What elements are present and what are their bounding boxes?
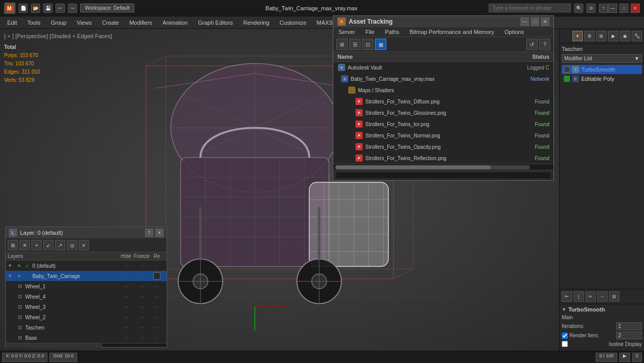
iterations-input[interactable]: [616, 322, 642, 330]
asset-tool-3[interactable]: ⊡: [362, 39, 373, 50]
close-button[interactable]: ✕: [631, 4, 640, 13]
asset-row[interactable]: P Strollers_For_Twins_Ior.png Found: [333, 118, 553, 130]
tool-icon-4[interactable]: ↔: [597, 291, 607, 302]
minimize-button[interactable]: —: [608, 4, 617, 13]
menu-tools[interactable]: Tools: [22, 19, 46, 27]
menu-animation[interactable]: Animation: [157, 19, 193, 27]
isoline-checkbox[interactable]: [562, 341, 568, 347]
layer-freeze-col: ···: [134, 304, 149, 310]
tool-icon-1[interactable]: ⊢: [562, 291, 572, 302]
save-button[interactable]: 💾: [43, 4, 52, 13]
menu-rendering[interactable]: Rendering: [238, 19, 275, 27]
asset-row[interactable]: P Strollers_For_Twins_Opacity.png Found: [333, 141, 553, 152]
workspace-dropdown[interactable]: Workspace: Default: [80, 4, 134, 12]
asset-row[interactable]: S Baby_Twin_Carriage_max_vray.max Networ…: [333, 73, 553, 84]
layer-row[interactable]: ⊡ Wheel_3 ··· ··· ···: [6, 302, 167, 312]
layers-help-button[interactable]: ?: [145, 229, 153, 237]
help-button[interactable]: ?: [599, 4, 608, 13]
coord-display[interactable]: X: 0.0 Y: 0.0 Z: 0.0: [2, 353, 47, 362]
asset-tool-4[interactable]: ▦: [375, 39, 386, 50]
asset-maximize-button[interactable]: □: [531, 18, 539, 26]
asset-row-status: Network: [503, 76, 549, 82]
layers-tool-delete[interactable]: ✕: [20, 240, 30, 250]
search-input[interactable]: [489, 4, 571, 12]
undo-button[interactable]: ↩: [56, 4, 65, 13]
layer-row[interactable]: ▼ ≡ ✓ 0 (default) ··· ··· ···: [6, 261, 167, 271]
modifier-item-turbosmooth[interactable]: T TurboSmooth: [562, 65, 642, 74]
layers-tool-merge-in[interactable]: ↙: [43, 240, 53, 250]
motion-icon[interactable]: ▶: [608, 31, 618, 41]
menu-group[interactable]: Group: [46, 19, 72, 27]
iterations-row: Iterations:: [562, 322, 642, 330]
modifier-item-editable-poly[interactable]: E Editable Poly: [562, 74, 642, 83]
asset-titlebar[interactable]: A Asset Tracking — □ ✕: [333, 16, 553, 27]
asset-tool-2[interactable]: ☰: [349, 39, 361, 50]
asset-menu-server[interactable]: Server: [333, 27, 360, 37]
menu-graph-editors[interactable]: Graph Editors: [193, 19, 238, 27]
layer-row[interactable]: ⊡ Wheel_4 ··· ··· ···: [6, 291, 167, 302]
layer-hide-col: ···: [118, 284, 134, 289]
layers-tool-tree[interactable]: ⊞: [8, 240, 18, 250]
asset-scrollbar[interactable]: [333, 164, 553, 170]
layers-scrollbar[interactable]: [6, 343, 167, 347]
modify-icon[interactable]: ⚙: [584, 31, 595, 41]
play-button[interactable]: ▶: [619, 353, 630, 362]
layers-tool-add[interactable]: +: [31, 240, 42, 250]
asset-menu-bitmap[interactable]: Bitmap Performance and Memory: [404, 27, 499, 37]
menu-edit[interactable]: Edit: [2, 19, 22, 27]
display-icon[interactable]: ◉: [620, 31, 630, 41]
redo-button[interactable]: ↪: [68, 4, 77, 13]
tool-icon-5[interactable]: ⊞: [609, 291, 619, 302]
menu-modifiers[interactable]: Modifiers: [124, 19, 157, 27]
tool-icon-2[interactable]: |: [574, 291, 584, 302]
asset-menu-paths[interactable]: Paths: [380, 27, 404, 37]
layer-row[interactable]: ⊡ Wheel_2 ··· ··· ···: [6, 312, 167, 322]
asset-close-button[interactable]: ✕: [541, 18, 549, 26]
create-icon[interactable]: ✦: [573, 31, 583, 41]
asset-menu-options[interactable]: Options: [499, 27, 529, 37]
asset-row[interactable]: P Strollers_For_Twins_Normal.png Found: [333, 130, 553, 141]
asset-row[interactable]: P Strollers_For_Twins_Glossines.png Foun…: [333, 107, 553, 118]
render-iters-input[interactable]: [616, 332, 642, 339]
vault-icon: V: [338, 64, 345, 71]
render-iters-checkbox[interactable]: [562, 333, 568, 339]
maximize-button[interactable]: □: [619, 4, 629, 13]
asset-row[interactable]: V Autodesk Vault Logged C: [333, 62, 553, 73]
layers-tool-settings[interactable]: ≡: [79, 240, 89, 250]
asset-minimize-button[interactable]: —: [521, 18, 529, 26]
asset-menu-file[interactable]: File: [360, 27, 380, 37]
hierarchy-icon[interactable]: ⊞: [596, 31, 606, 41]
asset-row-name: Maps / Shaders: [358, 88, 503, 93]
turbosmooth-panel: ▼ TurboSmooth Main Iterations: Render It…: [560, 304, 644, 351]
asset-row[interactable]: P Strollers_For_Twins_Diffuse.png Found: [333, 96, 553, 107]
utilities-icon[interactable]: 🔧: [632, 31, 642, 41]
asset-row[interactable]: Maps / Shaders: [333, 84, 553, 96]
layers-titlebar[interactable]: L Layer: 0 (default) ? ✕: [6, 227, 167, 238]
asset-tool-1[interactable]: ⊞: [336, 39, 348, 50]
asset-tool-help[interactable]: ?: [539, 39, 550, 50]
open-button[interactable]: 📂: [31, 4, 40, 13]
stats-tris: Tris: 103 670: [4, 60, 40, 68]
asset-row-status: Found: [503, 122, 549, 127]
layers-tool-merge-out[interactable]: ↗: [55, 240, 65, 250]
layers-close-button[interactable]: ✕: [155, 229, 164, 237]
menu-create[interactable]: Create: [97, 19, 124, 27]
layer-row[interactable]: ⊡ Base ··· ··· ···: [6, 333, 167, 343]
modifier-list-dropdown[interactable]: Modifier List ▼: [562, 54, 642, 63]
svg-line-15: [398, 247, 408, 306]
settings-button[interactable]: ⚙: [586, 4, 596, 13]
layers-tool-highlight[interactable]: ◎: [67, 240, 77, 250]
asset-row[interactable]: P Strollers_For_Twins_Reflection.png Fou…: [333, 152, 553, 164]
menu-views[interactable]: Views: [71, 19, 97, 27]
grid-setting[interactable]: Grid: 10.0: [49, 353, 77, 362]
layer-row[interactable]: ▼ ≡ Baby_Twin_Carriage ··· ···: [6, 271, 167, 281]
layer-vis-icon: ≡: [15, 262, 23, 270]
new-button[interactable]: 📄: [19, 4, 28, 13]
asset-tool-refresh[interactable]: ↺: [526, 39, 538, 50]
tool-icon-3[interactable]: ✂: [585, 291, 596, 302]
asset-path-input[interactable]: [336, 172, 550, 178]
search-button[interactable]: 🔍: [574, 4, 583, 13]
menu-customize[interactable]: Customize: [275, 19, 312, 27]
layer-row[interactable]: ⊡ Wheel_1 ··· ··· ···: [6, 281, 167, 291]
layer-row[interactable]: ⊡ Taschen ··· ··· ···: [6, 322, 167, 333]
